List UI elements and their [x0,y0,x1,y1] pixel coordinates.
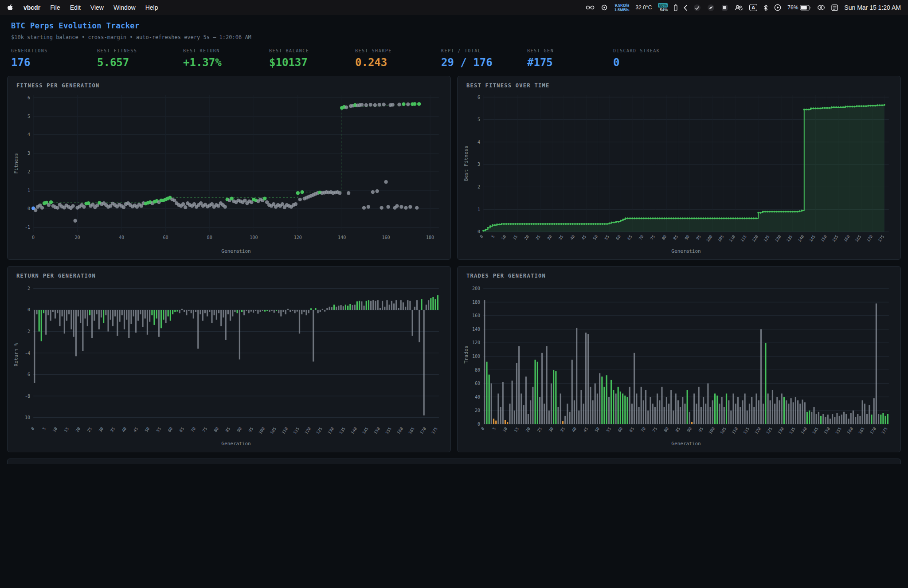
battery-icon [800,5,811,11]
svg-text:120: 120 [754,427,762,435]
menu-bar-clock[interactable]: Sun Mar 15 1:20 AM [844,4,901,11]
svg-text:135: 135 [786,234,794,243]
svg-text:175: 175 [877,234,885,243]
svg-text:2: 2 [27,286,30,291]
svg-text:15: 15 [513,427,520,433]
svg-text:80: 80 [213,427,219,433]
menu-extra-app-icon-3[interactable] [721,4,728,12]
screen-mirroring-icon[interactable] [601,4,608,11]
svg-text:5: 5 [492,427,497,431]
user-switcher-icon[interactable] [831,4,838,11]
stat-value: 0 [613,56,699,69]
svg-text:50: 50 [144,427,150,433]
svg-text:180: 180 [472,300,480,305]
stat-best-gen: BEST GEN #175 [527,48,613,69]
stat-value: 0.243 [355,56,441,69]
svg-text:110: 110 [731,427,739,435]
svg-text:155: 155 [835,427,842,435]
svg-text:4: 4 [477,140,480,145]
svg-text:160: 160 [472,313,480,318]
network-speed-indicator[interactable]: 9.5KB/s 1.5MB/s [614,3,629,12]
svg-text:5: 5 [27,114,30,119]
return-bar-chart: 20-2-4-6-8-10051015202530354045505560657… [13,281,445,447]
menu-help[interactable]: Help [145,4,158,11]
usage-percent-indicator[interactable]: 68% 54% [658,3,668,12]
svg-text:165: 165 [408,427,415,435]
svg-text:175: 175 [881,427,888,435]
input-source-icon[interactable]: A [749,4,757,11]
svg-text:105: 105 [720,427,727,435]
svg-text:0: 0 [27,307,30,312]
svg-text:90: 90 [686,427,693,433]
bluetooth-icon[interactable] [763,4,768,11]
svg-text:70: 70 [640,427,646,433]
fitness-scatter-chart: -10123456020406080100120140160180Generat… [13,90,445,255]
svg-text:35: 35 [558,234,564,241]
stat-value: 29 / 176 [441,56,527,69]
stats-row: GENERATIONS 176 BEST FITNESS 5.657 BEST … [0,48,908,69]
svg-text:-8: -8 [25,394,30,399]
stat-generations: GENERATIONS 176 [11,48,97,69]
menu-edit[interactable]: Edit [70,4,81,11]
menu-app-name[interactable]: vbcdr [23,4,40,11]
stat-value: 176 [11,56,97,69]
svg-text:4: 4 [27,132,30,137]
svg-text:130: 130 [774,234,782,243]
stat-value: #175 [527,56,613,69]
apple-logo-icon[interactable] [7,4,14,12]
svg-text:65: 65 [629,427,635,433]
svg-text:25: 25 [86,427,93,433]
svg-text:155: 155 [385,427,392,435]
svg-text:160: 160 [843,234,851,243]
svg-text:55: 55 [604,234,610,241]
svg-text:75: 75 [202,427,208,433]
svg-text:0: 0 [27,206,30,211]
svg-text:0: 0 [477,229,480,234]
menu-view[interactable]: View [90,4,104,11]
record-icon[interactable] [774,4,781,11]
svg-text:60: 60 [475,381,480,386]
stat-label: DISCARD STREAK [613,48,699,53]
stat-best-balance: BEST BALANCE $10137 [269,48,355,69]
panel-title: TRADES PER GENERATION [466,273,895,279]
temperature-indicator[interactable]: 32.0°C [635,4,652,11]
svg-text:0: 0 [32,235,35,240]
svg-text:80: 80 [207,235,212,240]
svg-text:145: 145 [362,427,369,435]
svg-text:200: 200 [472,286,480,291]
svg-text:50: 50 [594,427,600,433]
svg-text:100: 100 [472,354,480,359]
link-status-icon[interactable] [817,5,825,10]
page-title: BTC Perps Evolution Tracker [11,21,897,30]
svg-text:165: 165 [854,234,862,243]
chevron-left-icon[interactable] [684,5,687,11]
svg-text:155: 155 [831,234,839,243]
svg-text:45: 45 [581,234,587,241]
svg-text:140: 140 [338,235,346,240]
panel-title: RETURN PER GENERATION [16,273,445,279]
menu-file[interactable]: File [50,4,60,11]
menu-window[interactable]: Window [114,4,136,11]
svg-text:0: 0 [479,234,484,239]
svg-text:120: 120 [472,340,480,345]
svg-text:Generation: Generation [221,248,250,254]
svg-text:20: 20 [525,427,531,433]
svg-text:70: 70 [638,234,644,241]
binoculars-icon[interactable] [586,4,595,11]
svg-text:25: 25 [536,427,543,433]
svg-text:140: 140 [472,327,480,332]
svg-text:95: 95 [698,427,704,433]
svg-text:140: 140 [797,234,805,243]
svg-text:-6: -6 [25,372,30,377]
battery-indicator[interactable]: 76% [787,4,811,11]
trades-bar-chart: 0204060801001201401601802000510152025303… [463,281,895,447]
svg-text:85: 85 [225,427,231,433]
menu-extra-app-icon-1[interactable] [693,4,701,12]
svg-text:60: 60 [615,234,622,241]
menu-extra-app-icon-2[interactable] [707,4,715,12]
stat-label: BEST SHARPE [355,48,441,53]
usage-percent-bottom: 54% [658,8,668,12]
menu-extra-app-icon-4[interactable] [735,4,743,11]
svg-text:45: 45 [583,427,589,433]
svg-text:55: 55 [606,427,612,433]
